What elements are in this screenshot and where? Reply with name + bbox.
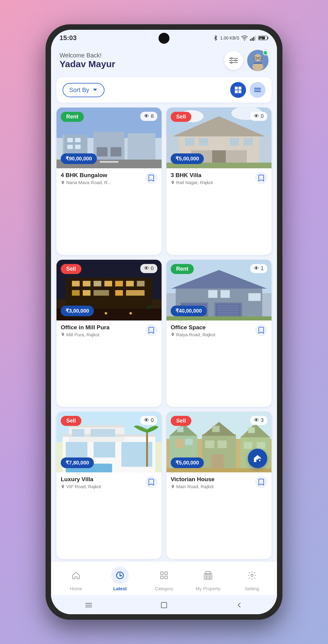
svg-rect-71 bbox=[72, 290, 80, 296]
nav-item-setting[interactable]: Setting bbox=[230, 567, 274, 591]
bookmark-icon-2 bbox=[258, 175, 264, 181]
property-title-3: Office in Mill Pura bbox=[61, 324, 109, 331]
svg-rect-46 bbox=[100, 161, 118, 163]
bookmark-button-5[interactable] bbox=[145, 476, 157, 488]
svg-rect-75 bbox=[126, 290, 145, 296]
svg-rect-101 bbox=[166, 316, 272, 320]
svg-rect-65 bbox=[83, 281, 91, 286]
android-menu-button[interactable] bbox=[83, 599, 95, 611]
svg-point-19 bbox=[254, 54, 261, 61]
property-views-badge-5: 👁 0 bbox=[140, 416, 157, 425]
property-card-6[interactable]: Sell 👁 3 ₹5,00,000 bbox=[166, 412, 272, 559]
svg-text:76: 76 bbox=[260, 37, 262, 40]
svg-rect-143 bbox=[165, 576, 167, 579]
property-title-2: 3 BHK Villa bbox=[171, 172, 213, 179]
property-image-1: Rent 👁 8 ₹90,00,000 bbox=[56, 108, 162, 168]
svg-rect-140 bbox=[161, 572, 163, 575]
property-location-6: Main Road, Rajkot bbox=[171, 484, 214, 489]
property-price-1: ₹90,00,000 bbox=[61, 153, 97, 164]
property-type-badge-6: Sell bbox=[171, 416, 191, 426]
svg-rect-42 bbox=[75, 145, 80, 149]
android-back-button[interactable] bbox=[233, 599, 245, 611]
battery-icon: 76 bbox=[258, 35, 268, 41]
property-price-3: ₹3,00,000 bbox=[61, 306, 94, 316]
svg-point-0 bbox=[244, 40, 245, 41]
home-nav-icon bbox=[71, 571, 80, 580]
svg-rect-155 bbox=[161, 602, 167, 608]
property-image-4: Rent 👁 1 ₹40,00,000 bbox=[166, 260, 272, 320]
property-location-2: Rail Nagar, Rajkot bbox=[171, 180, 213, 185]
property-info-2: 3 BHK Villa Rail Nagar, Rajkot bbox=[166, 168, 272, 189]
eye-icon-5: 👁 bbox=[144, 417, 149, 423]
svg-rect-55 bbox=[185, 138, 194, 146]
eye-icon-4: 👁 bbox=[254, 265, 259, 272]
category-nav-icon-container bbox=[155, 567, 173, 584]
property-views-badge-2: 👁 0 bbox=[250, 112, 267, 121]
android-home-icon bbox=[161, 602, 167, 608]
svg-rect-132 bbox=[257, 442, 265, 449]
svg-rect-67 bbox=[104, 281, 112, 286]
phone-screen: 15:03 1.00 KB/S bbox=[51, 30, 277, 614]
svg-rect-111 bbox=[72, 429, 84, 437]
bookmark-button-4[interactable] bbox=[255, 324, 267, 336]
nav-item-category[interactable]: Category bbox=[142, 567, 186, 591]
svg-rect-99 bbox=[220, 290, 230, 298]
setting-nav-icon-container bbox=[243, 567, 261, 584]
home-nav-icon-container bbox=[67, 567, 85, 584]
svg-rect-4 bbox=[255, 36, 256, 41]
android-home-button[interactable] bbox=[158, 599, 170, 611]
location-icon-2 bbox=[171, 180, 175, 185]
svg-rect-97 bbox=[217, 315, 239, 316]
nav-item-latest[interactable]: Latest bbox=[98, 567, 142, 591]
svg-rect-133 bbox=[166, 468, 272, 473]
property-card-2[interactable]: Sell 👁 0 ₹5,00,000 3 BHK Villa Rail Naga… bbox=[166, 108, 272, 255]
svg-rect-26 bbox=[238, 87, 241, 90]
property-views-badge-6: 👁 3 bbox=[250, 416, 267, 425]
bookmark-button-3[interactable] bbox=[145, 324, 157, 336]
bookmark-button-2[interactable] bbox=[255, 172, 267, 184]
property-card-3[interactable]: Sell 👁 0 ₹3,00,000 Office in Mill Pura M… bbox=[56, 260, 162, 407]
wifi-icon bbox=[241, 35, 248, 41]
svg-rect-93 bbox=[217, 305, 239, 306]
nav-item-my-property[interactable]: My Property bbox=[186, 567, 230, 591]
property-card-4[interactable]: Rent 👁 1 ₹40,00,000 Office Space Raiya R… bbox=[166, 260, 272, 407]
property-info-5: Luxury Villa VIP Road, Rajkot bbox=[56, 472, 162, 493]
avatar-container[interactable] bbox=[247, 50, 268, 71]
svg-rect-3 bbox=[253, 37, 255, 41]
network-speed: 1.00 KB/S bbox=[220, 36, 239, 40]
svg-rect-69 bbox=[126, 281, 134, 286]
svg-rect-43 bbox=[97, 147, 108, 157]
svg-point-139 bbox=[120, 575, 122, 577]
property-views-badge-1: 👁 8 bbox=[140, 112, 157, 121]
sort-row: Sort By bbox=[56, 77, 272, 103]
property-card-5[interactable]: Sell 👁 0 ₹7,80,000 Luxury Villa VIP Road… bbox=[56, 412, 162, 559]
header-left: Welcome Back! Yadav Mayur bbox=[60, 52, 115, 69]
add-property-fab[interactable] bbox=[248, 449, 267, 468]
property-info-6: Victorian House Main Road, Rajkot bbox=[166, 472, 272, 493]
svg-point-79 bbox=[129, 312, 132, 314]
bookmark-button-1[interactable] bbox=[145, 172, 157, 184]
latest-nav-icon-container bbox=[111, 567, 129, 584]
svg-point-78 bbox=[105, 312, 107, 314]
bookmark-button-6[interactable] bbox=[255, 476, 267, 488]
filter-button[interactable] bbox=[224, 51, 243, 70]
location-icon-6 bbox=[171, 485, 175, 489]
list-view-button[interactable] bbox=[250, 82, 265, 98]
nav-item-home[interactable]: Home bbox=[54, 567, 98, 591]
svg-rect-119 bbox=[177, 426, 183, 432]
svg-rect-57 bbox=[230, 138, 239, 146]
property-card-1[interactable]: Rent 👁 8 ₹90,00,000 4 BHK Bungalow Nana … bbox=[56, 108, 162, 255]
property-location-5: VIP Road, Rajkot bbox=[61, 484, 101, 489]
property-image-2: Sell 👁 0 ₹5,00,000 bbox=[166, 108, 272, 168]
svg-point-9 bbox=[231, 58, 232, 59]
grid-view-button[interactable] bbox=[230, 82, 246, 98]
svg-rect-21 bbox=[254, 63, 262, 64]
eye-icon-2: 👁 bbox=[254, 113, 259, 119]
user-name: Yadav Mayur bbox=[60, 59, 115, 69]
svg-rect-44 bbox=[111, 147, 121, 157]
sort-button[interactable]: Sort By bbox=[63, 83, 104, 97]
my-property-nav-icon-container bbox=[199, 567, 217, 584]
hamburger-icon bbox=[85, 602, 92, 608]
bottom-nav: Home Latest bbox=[51, 561, 277, 595]
svg-rect-147 bbox=[206, 575, 207, 577]
